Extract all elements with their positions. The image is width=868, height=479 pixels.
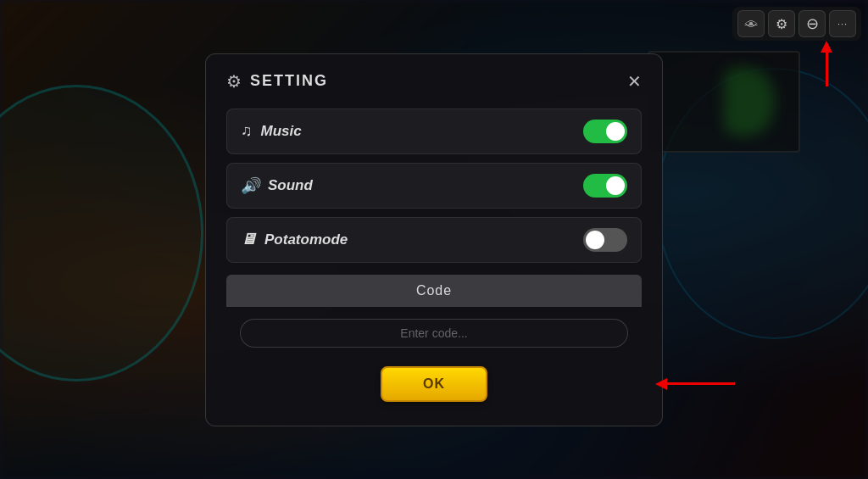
code-input-wrap [226, 307, 642, 354]
sound-icon: 🔊 [241, 176, 259, 195]
music-label: ♫ Music [241, 122, 302, 140]
potatomode-label: 🖥 Potatomode [241, 231, 348, 248]
potatomode-toggle-row: 🖥 Potatomode [226, 217, 642, 263]
sound-toggle-knob [606, 176, 625, 195]
code-input[interactable] [240, 319, 628, 348]
settings-modal: ⚙ SETTING ✕ ♫ Music 🔊 Sound [205, 53, 663, 426]
arrow-head-up [821, 41, 832, 53]
account-icon: ⊖ [806, 14, 819, 33]
ok-wrap: OK [226, 366, 642, 402]
modal-title: SETTING [250, 72, 328, 90]
ok-arrow-head [655, 378, 667, 390]
potatomode-toggle-knob [586, 231, 604, 249]
music-icon: ♫ [241, 122, 253, 140]
ui-toggle-button[interactable]: 👁 [737, 10, 765, 37]
ok-arrow-shaft [667, 382, 735, 385]
modal-gear-icon: ⚙ [226, 71, 242, 92]
music-toggle-row: ♫ Music [226, 109, 642, 154]
ok-arrow [655, 378, 735, 390]
gear-arrow [821, 41, 832, 86]
modal-header: ⚙ SETTING ✕ [226, 71, 642, 92]
code-header: Code [226, 275, 642, 307]
music-toggle[interactable] [583, 120, 627, 143]
modal-overlay: ⚙ SETTING ✕ ♫ Music 🔊 Sound [0, 0, 868, 479]
settings-button[interactable]: ⚙ [768, 10, 795, 37]
code-section: Code OK [226, 275, 642, 402]
ok-button[interactable]: OK [381, 366, 487, 402]
modal-title-group: ⚙ SETTING [226, 71, 328, 92]
more-icon: ··· [837, 19, 848, 29]
arrow-shaft-up [826, 53, 828, 86]
more-button[interactable]: ··· [829, 10, 856, 37]
account-button[interactable]: ⊖ [798, 10, 826, 37]
toolbar: 👁 ⚙ ⊖ ··· [732, 7, 861, 41]
sound-toggle[interactable] [583, 174, 627, 198]
potatomode-toggle[interactable] [583, 228, 627, 252]
ui-icon: 👁 [745, 17, 758, 31]
close-button[interactable]: ✕ [627, 73, 642, 90]
potatomode-icon: 🖥 [241, 231, 256, 248]
sound-toggle-row: 🔊 Sound [226, 163, 642, 209]
sound-label: 🔊 Sound [241, 176, 313, 195]
music-toggle-knob [606, 122, 625, 141]
gear-icon: ⚙ [776, 16, 787, 32]
